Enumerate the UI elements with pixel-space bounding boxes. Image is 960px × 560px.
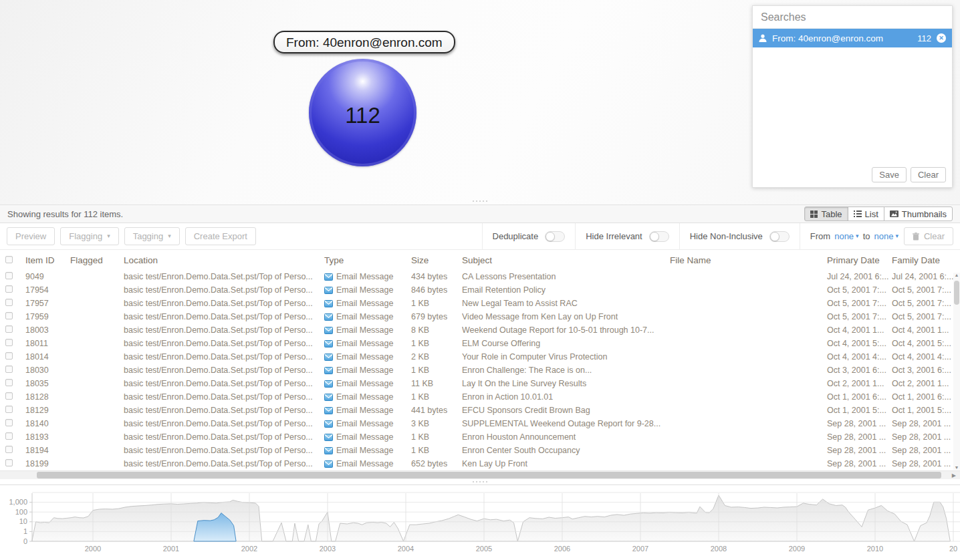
row-checkbox[interactable] (5, 352, 13, 360)
table-body: 9049 basic test/Enron.Demo.Data.Set.pst/… (0, 270, 960, 470)
cell-primary-date: Oct 4, 2001 1... (827, 325, 892, 335)
vertical-scrollbar-thumb[interactable] (954, 281, 959, 305)
table-row[interactable]: 18140 basic test/Enron.Demo.Data.Set.pst… (0, 417, 960, 430)
cluster-bubble[interactable]: 112 (309, 59, 416, 166)
table-row[interactable]: 18035 basic test/Enron.Demo.Data.Set.pst… (0, 377, 960, 390)
flagging-dropdown[interactable]: Flagging▾ (60, 227, 118, 245)
tagging-dropdown[interactable]: Tagging▾ (124, 227, 180, 245)
searches-panel-title: Searches (753, 6, 952, 29)
svg-text:2004: 2004 (398, 545, 414, 553)
row-checkbox[interactable] (5, 299, 13, 306)
hide-non-inclusive-toggle[interactable] (769, 231, 790, 242)
table-row[interactable]: 18199 basic test/Enron.Demo.Data.Set.pst… (0, 457, 960, 470)
row-checkbox[interactable] (5, 339, 13, 346)
range-from-dropdown[interactable]: none▾ (834, 231, 858, 241)
view-switcher: Table List Thumbnails (804, 206, 953, 221)
cell-family-date: Oct 5, 2001 7:... (892, 312, 960, 321)
table-row[interactable]: 18003 basic test/Enron.Demo.Data.Set.pst… (0, 323, 960, 337)
horizontal-scrollbar-thumb[interactable] (37, 472, 941, 478)
range-to-dropdown[interactable]: none▾ (874, 231, 898, 241)
scroll-up-arrow-icon[interactable]: ▲ (953, 273, 960, 277)
splitter-handle[interactable] (473, 200, 487, 202)
table-view-button[interactable]: Table (804, 206, 848, 221)
svg-text:2007: 2007 (632, 545, 648, 553)
svg-text:2008: 2008 (711, 545, 727, 553)
splitter-handle[interactable] (473, 481, 487, 482)
cell-location: basic test/Enron.Demo.Data.Set.pst/Top o… (124, 419, 324, 428)
table-row[interactable]: 18030 basic test/Enron.Demo.Data.Set.pst… (0, 364, 960, 377)
list-icon (854, 211, 862, 217)
row-checkbox[interactable] (5, 325, 13, 333)
horizontal-scrollbar[interactable]: ▶ (0, 470, 960, 479)
row-checkbox[interactable] (5, 312, 13, 319)
table-row[interactable]: 17957 basic test/Enron.Demo.Data.Set.pst… (0, 297, 960, 310)
cell-type: Email Message (324, 325, 411, 335)
column-header-size[interactable]: Size (411, 255, 462, 265)
row-checkbox[interactable] (5, 432, 13, 440)
cell-subject: Email Retention Policy (462, 285, 670, 295)
deduplicate-toggle[interactable] (545, 231, 565, 242)
column-header-family-date[interactable]: Family Date (892, 255, 960, 265)
splitter-row (0, 479, 960, 484)
row-checkbox[interactable] (5, 406, 13, 413)
table-row[interactable]: 18014 basic test/Enron.Demo.Data.Set.pst… (0, 350, 960, 364)
range-clear-button[interactable]: Clear (904, 227, 953, 245)
row-checkbox[interactable] (5, 392, 13, 400)
svg-text:2009: 2009 (789, 545, 805, 553)
column-header-file-name[interactable]: File Name (670, 255, 827, 265)
column-header-type[interactable]: Type (324, 255, 411, 265)
row-checkbox[interactable] (5, 379, 13, 386)
cell-primary-date: Oct 3, 2001 6:... (827, 366, 892, 375)
cell-type: Email Message (324, 366, 411, 375)
cell-family-date: Sep 28, 2001 ... (892, 432, 960, 442)
column-header-subject[interactable]: Subject (462, 255, 670, 265)
cell-subject: CA Lessons Presentation (462, 272, 670, 281)
close-circle-icon[interactable]: ✕ (937, 33, 946, 43)
trash-icon (913, 233, 919, 241)
table-row[interactable]: 18129 basic test/Enron.Demo.Data.Set.pst… (0, 404, 960, 417)
email-icon (324, 327, 333, 334)
email-icon (324, 354, 333, 361)
cell-location: basic test/Enron.Demo.Data.Set.pst/Top o… (124, 299, 324, 308)
row-checkbox[interactable] (5, 419, 13, 426)
table-row[interactable]: 18194 basic test/Enron.Demo.Data.Set.pst… (0, 444, 960, 457)
table-row[interactable]: 9049 basic test/Enron.Demo.Data.Set.pst/… (0, 270, 960, 283)
column-header-location[interactable]: Location (124, 255, 324, 265)
row-checkbox[interactable] (5, 459, 13, 466)
svg-text:1: 1 (23, 527, 27, 535)
timeline-chart[interactable]: 01101001,0002000200120022003200420052006… (0, 484, 960, 560)
cell-item-id: 18193 (25, 432, 70, 442)
row-checkbox[interactable] (5, 366, 13, 373)
vertical-scrollbar[interactable]: ▲ ▼ (953, 273, 960, 470)
cell-size: 652 bytes (411, 459, 462, 468)
select-all-checkbox[interactable] (5, 256, 13, 263)
thumbnails-view-button[interactable]: Thumbnails (884, 206, 953, 221)
table-row[interactable]: 18193 basic test/Enron.Demo.Data.Set.pst… (0, 430, 960, 444)
cell-location: basic test/Enron.Demo.Data.Set.pst/Top o… (124, 392, 324, 402)
search-item-label: From: 40enron@enron.com (772, 33, 912, 43)
save-button[interactable]: Save (872, 167, 907, 182)
column-header-primary-date[interactable]: Primary Date (827, 255, 892, 265)
cell-size: 441 bytes (411, 406, 462, 415)
row-checkbox[interactable] (5, 446, 13, 453)
table-row[interactable]: 18011 basic test/Enron.Demo.Data.Set.pst… (0, 337, 960, 350)
scroll-down-arrow-icon[interactable]: ▼ (953, 465, 960, 470)
clear-button[interactable]: Clear (911, 167, 946, 182)
create-export-button[interactable]: Create Export (185, 227, 256, 245)
preview-button[interactable]: Preview (7, 227, 55, 245)
search-item[interactable]: From: 40enron@enron.com 112 ✕ (753, 29, 952, 47)
table-row[interactable]: 17959 basic test/Enron.Demo.Data.Set.pst… (0, 310, 960, 323)
chevron-down-icon: ▾ (107, 233, 110, 239)
list-view-button[interactable]: List (848, 206, 884, 221)
hide-irrelevant-toggle[interactable] (649, 231, 669, 242)
row-checkbox[interactable] (5, 272, 13, 279)
row-checkbox[interactable] (5, 285, 13, 293)
cell-primary-date: Oct 5, 2001 7:... (827, 285, 892, 295)
cell-item-id: 17954 (25, 285, 70, 295)
table-row[interactable]: 18128 basic test/Enron.Demo.Data.Set.pst… (0, 390, 960, 404)
cell-size: 679 bytes (411, 312, 462, 321)
column-header-flagged[interactable]: Flagged (70, 255, 124, 265)
cell-item-id: 18011 (25, 339, 70, 348)
table-row[interactable]: 17954 basic test/Enron.Demo.Data.Set.pst… (0, 283, 960, 297)
column-header-item-id[interactable]: Item ID (25, 255, 70, 265)
